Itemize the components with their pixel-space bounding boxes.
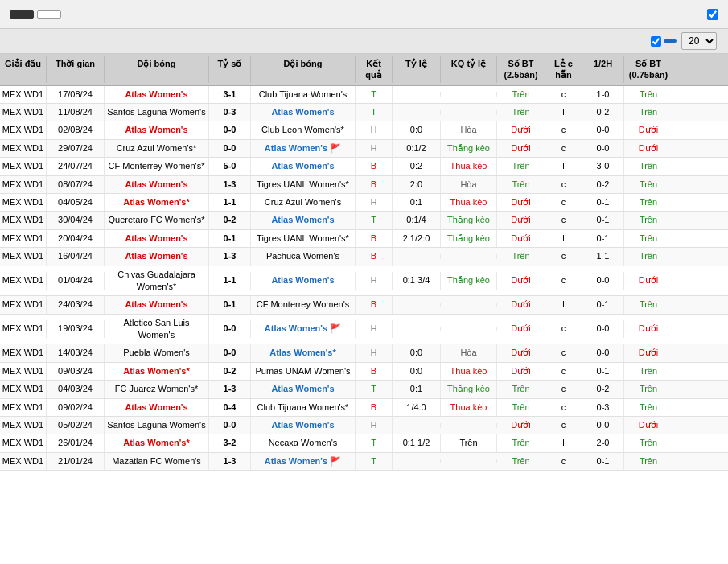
cell-le-chan: c xyxy=(545,194,582,211)
cell-team1: Atlas Women's xyxy=(105,86,209,103)
tab-total[interactable] xyxy=(10,10,34,19)
cell-league: MEX WD1 xyxy=(0,248,47,265)
col-header-3: Tỷ số xyxy=(209,56,251,83)
cell-score: 0-0 xyxy=(209,417,251,434)
cell-half: 0-1 xyxy=(582,194,624,211)
table-row: MEX WD117/08/24Atlas Women's3-1Club Tiju… xyxy=(0,86,728,104)
cell-le-chan: l xyxy=(545,158,582,175)
cell-score: 0-1 xyxy=(209,230,251,247)
cell-sobt: Trên xyxy=(497,248,545,265)
cell-kq-ratio: Thua kèo xyxy=(441,363,497,380)
cell-ratio xyxy=(393,92,441,97)
cell-sobt: Dưới xyxy=(497,344,545,361)
cell-result: H xyxy=(356,417,393,434)
filter-league-label[interactable] xyxy=(651,36,677,47)
cell-team2: Atlas Women's 🚩 xyxy=(251,453,356,470)
cell-result: B xyxy=(356,296,393,313)
cell-score: 0-2 xyxy=(209,212,251,228)
cell-team1: Atletico San Luis Women's xyxy=(105,315,209,344)
cell-team1: Mazatlan FC Women's xyxy=(105,453,209,470)
cell-sobt2: Dưới xyxy=(624,140,672,157)
cell-le-chan: l xyxy=(545,296,582,313)
table-row: MEX WD121/01/24Mazatlan FC Women's1-3Atl… xyxy=(0,453,728,471)
cell-sobt: Dưới xyxy=(497,363,545,380)
cell-le-chan: c xyxy=(545,272,582,289)
cell-kq-ratio: Thua kèo xyxy=(441,158,497,175)
cell-result: T xyxy=(356,381,393,397)
cell-ratio: 0:1 3/4 xyxy=(393,272,441,289)
cell-sobt2: Trên xyxy=(624,248,672,265)
cell-score: 1-3 xyxy=(209,248,251,265)
cell-date: 24/03/24 xyxy=(47,296,105,313)
cell-team1: Santos Laguna Women's xyxy=(105,417,209,434)
cell-ratio: 2 1/2:0 xyxy=(393,230,441,247)
table-row: MEX WD120/04/24Atlas Women's0-1Tigres UA… xyxy=(0,230,728,248)
col-header-10: 1/2H xyxy=(582,56,624,83)
cell-ratio: 0:1/2 xyxy=(393,140,441,157)
cell-team2: Atlas Women's xyxy=(251,158,356,175)
cell-kq-ratio: Thắng kèo xyxy=(441,140,497,157)
cell-le-chan: c xyxy=(545,399,582,416)
cell-date: 21/01/24 xyxy=(47,453,105,470)
cell-sobt2: Trên xyxy=(624,86,672,103)
table-row: MEX WD124/07/24CF Monterrey Women's*5-0A… xyxy=(0,158,728,175)
table-row: MEX WD109/03/24Atlas Women's*0-2Pumas UN… xyxy=(0,363,728,381)
col-header-8: Số BT (2.5bàn) xyxy=(497,56,545,83)
cell-sobt: Dưới xyxy=(497,212,545,228)
cell-result: H xyxy=(356,121,393,138)
cell-date: 29/07/24 xyxy=(47,140,105,157)
cell-le-chan: c xyxy=(545,86,582,103)
cell-team2: CF Monterrey Women's xyxy=(251,296,356,313)
count-select[interactable]: 20 10 30 xyxy=(681,32,717,50)
table-row: MEX WD124/03/24Atlas Women's0-1CF Monter… xyxy=(0,296,728,314)
cell-score: 0-0 xyxy=(209,344,251,361)
cell-score: 1-3 xyxy=(209,453,251,470)
cell-sobt2: Trên xyxy=(624,381,672,397)
cell-kq-ratio: Hòa xyxy=(441,121,497,138)
show-notes-label[interactable] xyxy=(707,9,722,20)
cell-date: 30/04/24 xyxy=(47,212,105,228)
cell-kq-ratio: Thua kèo xyxy=(441,399,497,416)
cell-sobt: Dưới xyxy=(497,320,545,337)
cell-league: MEX WD1 xyxy=(0,363,47,380)
cell-date: 04/03/24 xyxy=(47,381,105,397)
show-notes-checkbox[interactable] xyxy=(707,9,718,20)
cell-ratio: 0:0 xyxy=(393,121,441,138)
tab-away[interactable] xyxy=(37,10,61,19)
cell-kq-ratio: Thắng kèo xyxy=(441,230,497,247)
cell-result: B xyxy=(356,399,393,416)
cell-result: T xyxy=(356,212,393,228)
col-header-2: Đội bóng xyxy=(105,56,209,83)
cell-sobt2: Trên xyxy=(624,453,672,470)
cell-date: 17/08/24 xyxy=(47,86,105,103)
cell-sobt: Trên xyxy=(497,158,545,175)
cell-sobt: Trên xyxy=(497,434,545,451)
cell-team2: Atlas Women's xyxy=(251,104,356,121)
cell-half: 0-1 xyxy=(582,296,624,313)
cell-ratio xyxy=(393,110,441,115)
col-header-11: Số BT (0.75bàn) xyxy=(624,56,672,83)
cell-league: MEX WD1 xyxy=(0,399,47,416)
table-row: MEX WD109/02/24Atlas Women's0-4Club Tiju… xyxy=(0,399,728,417)
filter-bar: 20 10 30 xyxy=(0,29,728,54)
cell-team2: Tigres UANL Women's* xyxy=(251,230,356,247)
cell-sobt2: Trên xyxy=(624,194,672,211)
cell-ratio: 0:1 1/2 xyxy=(393,434,441,451)
cell-date: 16/04/24 xyxy=(47,248,105,265)
cell-team2: Cruz Azul Women's xyxy=(251,194,356,211)
cell-score: 1-3 xyxy=(209,176,251,193)
cell-kq-ratio: Hòa xyxy=(441,176,497,193)
cell-sobt2: Trên xyxy=(624,176,672,193)
cell-half: 0-0 xyxy=(582,121,624,138)
cell-date: 11/08/24 xyxy=(47,104,105,121)
cell-league: MEX WD1 xyxy=(0,434,47,451)
filter-league-checkbox[interactable] xyxy=(651,36,661,47)
cell-team2: Club Tijuana Women's* xyxy=(251,399,356,416)
table-row: MEX WD116/04/24Atlas Women's1-3Pachuca W… xyxy=(0,248,728,266)
cell-league: MEX WD1 xyxy=(0,381,47,397)
cell-sobt2: Trên xyxy=(624,296,672,313)
cell-kq-ratio xyxy=(441,92,497,97)
cell-sobt: Trên xyxy=(497,86,545,103)
cell-team1: Santos Laguna Women's xyxy=(105,104,209,121)
cell-ratio xyxy=(393,327,441,331)
